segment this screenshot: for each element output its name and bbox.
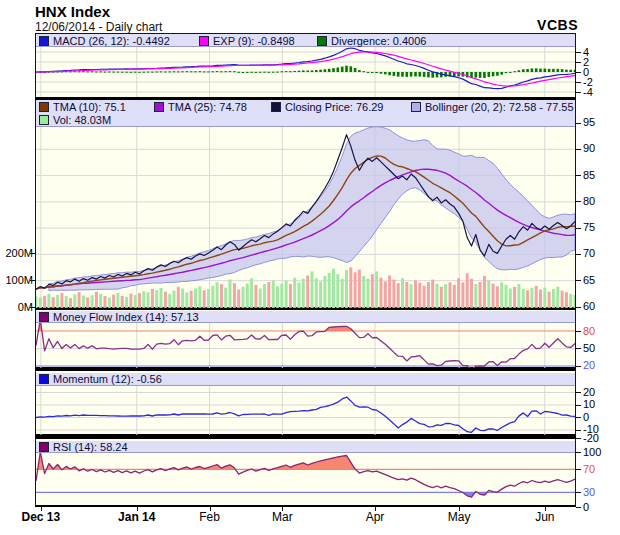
- divergence-bar: [293, 71, 296, 72]
- volume-bar-down: [449, 282, 452, 308]
- divergence-bar: [328, 69, 331, 72]
- volume-bar-down: [440, 286, 443, 307]
- volume-bar-down: [461, 282, 464, 308]
- y-tick-label: 70: [583, 248, 595, 259]
- volume-bar-up: [246, 283, 249, 307]
- volume-bar-up: [500, 282, 503, 308]
- tick-mark: [210, 506, 211, 511]
- divergence-bar: [531, 68, 534, 72]
- panel-separator: [35, 505, 576, 508]
- volume-bar-down: [388, 275, 391, 307]
- volume-bar-up: [444, 284, 447, 308]
- volume-bar-down: [112, 294, 115, 307]
- volume-bar-down: [164, 291, 167, 307]
- y-tick-label: 100M: [2, 275, 33, 286]
- volume-swatch-icon: [39, 115, 49, 125]
- volume-bar-down: [349, 267, 352, 308]
- volume-bar-up: [47, 293, 50, 307]
- divergence-bar: [168, 71, 171, 72]
- volume-bar-up: [530, 287, 533, 307]
- volume-bar-up: [65, 296, 68, 308]
- volume-bar-down: [535, 285, 538, 307]
- volume-bar-down: [233, 283, 236, 308]
- volume-bar-down: [561, 290, 564, 307]
- divergence-bar: [259, 72, 262, 73]
- divergence-bar: [246, 72, 249, 73]
- divergence-bar: [350, 66, 353, 72]
- divergence-bar: [177, 71, 180, 72]
- volume-bar-up: [36, 296, 38, 307]
- divergence-legend-label: Divergence: 0.4006: [331, 35, 426, 47]
- divergence-bar: [500, 72, 503, 75]
- tick-mark: [576, 201, 581, 202]
- divergence-bar: [276, 72, 279, 73]
- tick-mark: [576, 430, 581, 431]
- volume-bar-up: [125, 296, 128, 307]
- divergence-bar: [250, 72, 253, 73]
- volume-bar-down: [392, 279, 395, 307]
- volume-bar-up: [242, 286, 245, 307]
- divergence-bar: [216, 71, 219, 72]
- volume-legend-label: Vol: 48.03M: [53, 114, 111, 126]
- y-tick-label: 0M: [2, 302, 33, 313]
- divergence-bar: [414, 72, 417, 76]
- y-tick-label: 10: [583, 399, 595, 410]
- divergence-bar: [203, 71, 206, 72]
- divergence-bar: [358, 70, 361, 72]
- divergence-bar: [86, 71, 89, 72]
- tma10-legend-label: TMA (10): 75.1: [53, 101, 126, 113]
- tick-mark: [282, 506, 283, 511]
- tick-mark: [576, 507, 581, 508]
- volume-bar-up: [552, 289, 555, 308]
- x-tick-label: Apr: [345, 511, 405, 524]
- divergence-bar: [285, 71, 288, 72]
- volume-bar-up: [341, 278, 344, 307]
- volume-bar-down: [237, 289, 240, 307]
- chart-subtitle: 12/06/2014 - Daily chart: [35, 20, 162, 34]
- volume-bar-up: [56, 294, 59, 307]
- volume-bar-up: [224, 287, 227, 307]
- bollinger-legend-label: Bollinger (20, 2): 72.58 - 77.55: [425, 101, 574, 113]
- divergence-bar: [125, 72, 128, 73]
- volume-bar-down: [86, 297, 89, 308]
- y-tick-label: 20: [583, 387, 595, 398]
- volume-bar-up: [250, 278, 253, 308]
- divergence-bar: [237, 72, 240, 73]
- divergence-bar: [332, 68, 335, 72]
- tick-mark: [30, 307, 35, 308]
- divergence-bar: [143, 72, 146, 73]
- volume-bar-up: [173, 290, 176, 307]
- volume-bar-down: [306, 275, 309, 307]
- mfi-swatch-icon: [39, 312, 49, 322]
- y-tick-label: -20: [583, 433, 599, 444]
- tick-mark: [576, 228, 581, 229]
- divergence-bar: [190, 71, 193, 72]
- volume-bar-up: [155, 290, 158, 308]
- volume-bar-down: [177, 286, 180, 307]
- divergence-bar: [544, 69, 547, 72]
- bollinger-swatch-icon: [411, 102, 421, 112]
- volume-bar-up: [276, 286, 279, 308]
- tick-mark: [576, 52, 581, 53]
- volume-bar-up: [367, 278, 370, 307]
- divergence-bar: [375, 72, 378, 73]
- divergence-bar: [130, 72, 133, 73]
- divergence-bar: [173, 71, 176, 72]
- volume-bar-down: [526, 290, 529, 308]
- divergence-bar: [281, 71, 284, 72]
- volume-bar-up: [319, 281, 322, 308]
- tick-mark: [576, 348, 581, 349]
- divergence-bar: [186, 71, 189, 72]
- volume-bar-up: [73, 294, 76, 308]
- macd-line: [36, 48, 575, 89]
- divergence-bar: [233, 71, 236, 72]
- mfi-overbought-fill: [38, 323, 353, 331]
- page-title: HNX Index: [35, 3, 110, 20]
- macd-plot: [36, 47, 575, 97]
- volume-bar-down: [138, 293, 141, 308]
- volume-bar-down: [414, 280, 417, 308]
- y-tick-label: 60: [583, 301, 595, 312]
- tick-mark: [576, 254, 581, 255]
- rsi-plot: [36, 453, 575, 505]
- tma25-legend-label: TMA (25): 74.78: [168, 101, 247, 113]
